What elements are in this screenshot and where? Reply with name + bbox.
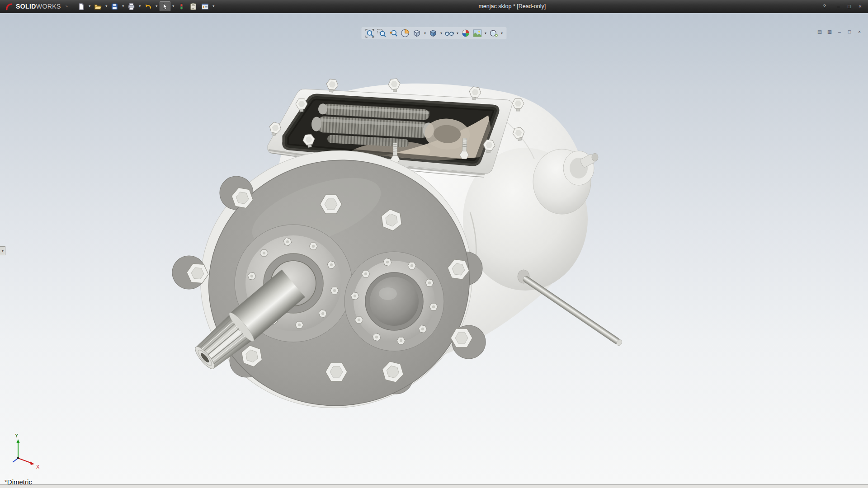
print-dropdown-arrow[interactable]: ▾ <box>138 1 142 11</box>
minimize-button[interactable]: – <box>834 3 843 10</box>
zoom-to-fit-icon <box>365 28 375 38</box>
zoom-to-fit-button[interactable] <box>364 28 376 39</box>
view-orientation-icon <box>412 28 422 38</box>
solidworks-window: { "window": { "brand": { "solid": "SOLID… <box>0 0 868 488</box>
main-toolbar: ▾▾▾▾▾▾▾ <box>76 1 216 11</box>
status-bar <box>0 484 868 488</box>
view-orientation-button[interactable] <box>411 28 423 39</box>
apply-scene-button[interactable] <box>472 28 483 39</box>
section-view-icon <box>401 28 410 38</box>
hide-show-items-dropdown-arrow[interactable]: ▾ <box>456 31 460 35</box>
rear-shaft-stub <box>592 153 598 161</box>
display-style-dropdown-arrow[interactable]: ▾ <box>439 31 443 35</box>
display-style-button[interactable] <box>428 28 439 39</box>
edit-appearance-button[interactable] <box>460 28 472 39</box>
y-axis-label: Y <box>15 433 19 438</box>
options-icon <box>201 3 209 10</box>
print-icon <box>127 3 135 10</box>
x-axis-arrow <box>30 461 34 465</box>
brand-text: SOLIDWORKS <box>16 3 61 10</box>
document-window-controls: ▤▥–□× <box>816 28 863 35</box>
3d-scene[interactable]: Y X <box>0 13 868 484</box>
reference-triad: Y X <box>13 433 40 469</box>
previous-view-button[interactable] <box>388 28 399 39</box>
menu-flyout-arrow[interactable]: » <box>65 4 71 9</box>
options-dropdown-arrow[interactable]: ▾ <box>212 1 216 11</box>
undo-icon <box>144 3 152 10</box>
hide-show-items-button[interactable] <box>444 28 455 39</box>
file-properties-icon <box>189 3 197 10</box>
save-button[interactable] <box>109 1 120 11</box>
window-title: menjac sklop * [Read-only] <box>478 3 546 9</box>
split-window-button[interactable]: ▥ <box>826 28 834 35</box>
view-settings-dropdown-arrow[interactable]: ▾ <box>500 31 504 35</box>
view-orientation-label: *Dimetric <box>5 478 32 486</box>
minimize-document-button[interactable]: – <box>835 28 844 35</box>
ds-logo-icon <box>5 2 14 11</box>
undo-dropdown-arrow[interactable]: ▾ <box>155 1 159 11</box>
file-properties-button[interactable] <box>188 1 199 11</box>
display-style-icon <box>429 28 438 38</box>
new-document-dropdown-arrow[interactable]: ▾ <box>88 1 92 11</box>
apply-scene-dropdown-arrow[interactable]: ▾ <box>484 31 488 35</box>
restore-document-button[interactable]: □ <box>845 28 854 35</box>
undo-button[interactable] <box>143 1 154 11</box>
title-bar[interactable]: SOLIDWORKS » ▾▾▾▾▾▾▾ menjac sklop * [Rea… <box>0 0 868 13</box>
graphics-area[interactable]: Y X ▾▾▾▾▾ ▤▥–□× <box>0 13 868 484</box>
open-document-dropdown-arrow[interactable]: ▾ <box>104 1 108 11</box>
select-button[interactable] <box>160 1 170 11</box>
previous-view-icon <box>389 28 398 38</box>
brand-works: WORKS <box>36 3 61 10</box>
hide-show-items-icon <box>445 28 454 38</box>
rebuild-button[interactable] <box>176 1 187 11</box>
x-axis-label: X <box>36 464 40 469</box>
close-button[interactable]: × <box>856 3 864 10</box>
bearing-cover[interactable] <box>344 252 444 351</box>
panel-splitter[interactable]: ◂▸ <box>0 246 5 255</box>
tile-windows-button[interactable]: ▤ <box>816 28 824 35</box>
headsup-view-toolbar: ▾▾▾▾▾ <box>362 27 507 39</box>
new-document-button[interactable] <box>76 1 87 11</box>
rebuild-icon <box>178 3 185 10</box>
new-document-icon <box>77 3 85 10</box>
solidworks-logo: SOLIDWORKS <box>0 2 65 11</box>
select-icon <box>161 3 169 10</box>
end-cylinder[interactable] <box>533 149 598 214</box>
apply-scene-icon <box>473 28 482 38</box>
close-document-button[interactable]: × <box>855 28 863 35</box>
save-icon <box>111 3 118 10</box>
help-button[interactable]: ? <box>820 3 829 10</box>
open-document-icon <box>94 3 102 10</box>
y-axis-arrow <box>16 439 20 443</box>
view-settings-button[interactable] <box>488 28 500 39</box>
brand-solid: SOLID <box>16 3 36 10</box>
open-document-button[interactable] <box>93 1 104 11</box>
options-button[interactable] <box>200 1 211 11</box>
edit-appearance-icon <box>461 28 471 38</box>
zoom-to-area-icon <box>377 28 387 38</box>
window-controls: ?–□× <box>820 0 864 13</box>
zoom-to-area-button[interactable] <box>376 28 387 39</box>
output-shaft[interactable] <box>518 270 623 347</box>
section-view-button[interactable] <box>400 28 411 39</box>
select-dropdown-arrow[interactable]: ▾ <box>171 1 175 11</box>
save-dropdown-arrow[interactable]: ▾ <box>121 1 125 11</box>
view-orientation-dropdown-arrow[interactable]: ▾ <box>423 31 427 35</box>
restore-button[interactable]: □ <box>845 3 854 10</box>
gearbox-model[interactable] <box>172 78 623 433</box>
print-button[interactable] <box>126 1 137 11</box>
view-settings-icon <box>489 28 499 38</box>
